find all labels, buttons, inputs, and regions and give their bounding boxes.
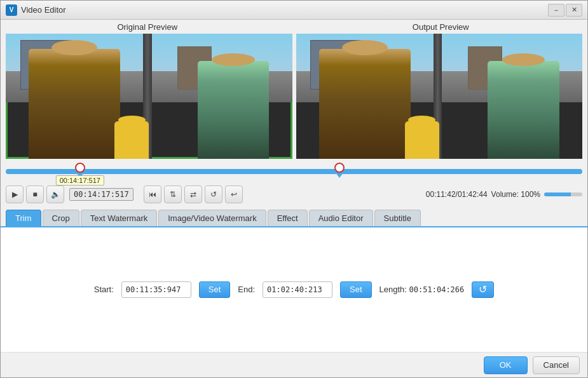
video-editor-window: V Video Editor − ✕ Original Preview Outp… [0,0,588,378]
man-head [51,40,97,55]
volume-info: 00:11:42/01:42:44 Volume: 100% [426,190,582,199]
start-label: Start: [94,285,114,294]
ok-button[interactable]: OK [484,356,528,374]
flip-v-button[interactable]: ⇅ [164,186,182,203]
tab-trim[interactable]: Trim [6,210,41,226]
out-character-man [319,49,411,159]
rotate-button[interactable]: ↺ [205,186,222,203]
output-video-frame [296,34,583,159]
tab-text-watermark-label: Text Watermark [90,213,148,223]
length-value: 00:51:04:266 [409,285,465,294]
left-handle-circle [75,163,85,173]
volume-label: Volume: 100% [491,190,540,199]
titlebar: V Video Editor − ✕ [1,1,587,20]
muppet [114,121,149,159]
original-video-frame [6,34,292,159]
tab-audio-editor-label: Audio Editor [318,213,364,223]
out-woman-head [502,53,545,66]
tab-crop[interactable]: Crop [43,210,79,226]
volume-slider[interactable] [544,192,582,196]
left-handle[interactable]: 00:14:17:517 [75,161,85,178]
set-start-button[interactable]: Set [199,281,231,298]
output-preview-panel [296,34,583,159]
tabs-bar: Trim Crop Text Watermark Image/Video Wat… [1,207,587,226]
window-controls: − ✕ [548,4,582,17]
tab-content: Start: Set End: Set Length: 00:51:04:266… [1,226,587,353]
play-button[interactable]: ▶ [6,186,24,203]
tab-crop-label: Crop [52,213,70,223]
right-handle[interactable] [334,161,345,178]
character-man [29,49,120,159]
stop-button[interactable]: ■ [26,186,44,203]
out-character-woman [488,61,559,158]
tab-subtitle[interactable]: Subtitle [374,210,421,226]
timeline-section: 00:14:17:517 [6,161,582,182]
character-woman [198,61,270,158]
window-title: Video Editor [21,5,548,15]
start-input[interactable] [121,281,191,298]
progress-time: 00:11:42/01:42:44 [426,190,488,199]
reset-button[interactable]: ↺ [472,281,494,298]
muppet-head [118,116,146,125]
tab-text-watermark[interactable]: Text Watermark [81,210,158,226]
close-button[interactable]: ✕ [566,4,582,17]
undo-button[interactable]: ↩ [225,186,243,203]
end-label: End: [238,285,255,294]
minimize-button[interactable]: − [548,4,564,17]
original-preview-label: Original Preview [1,22,294,32]
flip-h-button[interactable]: ⇄ [184,186,202,203]
out-muppet-head [408,116,435,125]
preview-labels: Original Preview Output Preview [1,20,587,34]
controls-bar: ▶ ■ 🔈 00:14:17:517 ⏮ ⇅ ⇄ ↺ ↩ 00:11:42/01… [1,182,587,207]
tab-trim-label: Trim [15,213,32,223]
trim-content: Start: Set End: Set Length: 00:51:04:266… [1,227,587,353]
end-input[interactable] [263,281,332,298]
output-preview-label: Output Preview [294,22,588,32]
time-display: 00:14:17:517 [69,188,133,201]
tab-image-video-watermark[interactable]: Image/Video Watermark [158,210,266,226]
set-end-button[interactable]: Set [340,281,372,298]
original-preview-panel [6,34,292,159]
length-label: Length: 00:51:04:266 [379,285,465,294]
tab-audio-editor[interactable]: Audio Editor [309,210,373,226]
bottom-bar: OK Cancel [1,352,587,377]
tab-effect[interactable]: Effect [268,210,308,226]
mute-button[interactable]: 🔈 [46,186,64,203]
woman-head [212,53,255,66]
app-icon: V [6,4,17,16]
skip-prev-button[interactable]: ⏮ [144,186,161,203]
out-muppet [405,121,439,159]
left-handle-tooltip: 00:14:17:517 [56,175,104,186]
right-handle-arrow [336,173,343,178]
timeline-track [6,169,582,174]
tab-image-video-watermark-label: Image/Video Watermark [168,213,256,223]
right-handle-circle [334,163,345,173]
tab-effect-label: Effect [277,213,298,223]
out-man-head [342,40,388,55]
preview-area [1,34,587,159]
cancel-button[interactable]: Cancel [533,356,580,374]
tab-subtitle-label: Subtitle [384,213,411,223]
